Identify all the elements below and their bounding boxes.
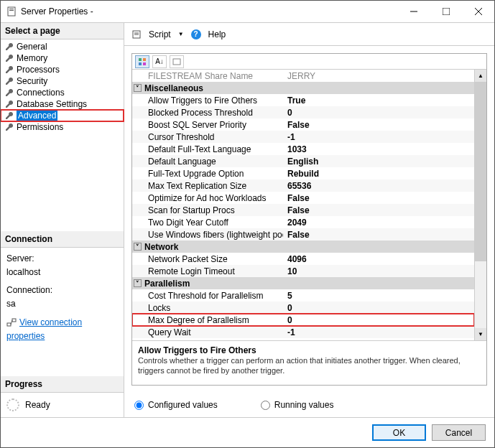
alphabetical-icon[interactable]: A↓ [152, 55, 167, 68]
sidebar-item-label: Database Settings [17, 99, 87, 109]
categorized-icon[interactable] [135, 55, 149, 68]
property-value[interactable]: 65536 [283, 181, 474, 191]
category-network[interactable]: ˅Network [132, 241, 474, 253]
property-name: Cursor Threshold [132, 132, 283, 142]
scroll-thumb[interactable] [475, 82, 486, 261]
sidebar-item-advanced[interactable]: Advanced [1, 110, 124, 121]
property-row[interactable]: FILESTREAM Share NameJERRY [132, 70, 474, 82]
cancel-button[interactable]: Cancel [432, 424, 486, 441]
sidebar-item-memory[interactable]: Memory [1, 52, 124, 64]
scroll-up-icon[interactable]: ▲ [475, 70, 486, 82]
script-button[interactable]: Script [149, 29, 171, 39]
page-list: GeneralMemoryProcessorsSecurityConnectio… [1, 39, 124, 134]
help-button[interactable]: Help [208, 29, 226, 39]
sidebar-item-connections[interactable]: Connections [1, 87, 124, 98]
property-name: Two Digit Year Cutoff [132, 218, 283, 228]
property-row[interactable]: Query Wait-1 [132, 326, 474, 338]
property-value[interactable]: 0 [283, 315, 474, 325]
property-value[interactable]: False [283, 230, 474, 240]
property-row[interactable]: Default LanguageEnglish [132, 155, 474, 167]
maximize-button[interactable] [430, 1, 462, 22]
sidebar-item-label: Memory [17, 53, 47, 63]
property-row[interactable]: Default Full-Text Language1033 [132, 143, 474, 155]
property-value[interactable]: 0 [283, 108, 474, 118]
property-row[interactable]: Max Degree of Parallelism0 [132, 314, 474, 326]
collapse-icon[interactable]: ˅ [134, 84, 142, 92]
properties-icon[interactable] [170, 55, 184, 68]
property-row[interactable]: Boost SQL Server PriorityFalse [132, 118, 474, 131]
svg-rect-1 [9, 9, 14, 9]
property-row[interactable]: Max Text Replication Size65536 [132, 179, 474, 192]
toolbar: Script ▼ ? Help [124, 23, 494, 46]
svg-rect-13 [139, 58, 142, 61]
property-name: Network Packet Size [132, 254, 283, 264]
description-text: Controls whether a trigger can perform a… [138, 355, 481, 376]
script-dropdown-icon[interactable]: ▼ [178, 31, 184, 37]
property-value[interactable]: 5 [283, 291, 474, 301]
property-name: Cost Threshold for Parallelism [132, 291, 283, 301]
property-value[interactable]: 1033 [283, 144, 474, 154]
property-value[interactable]: 0 [283, 303, 474, 313]
connection-value: sa [6, 297, 118, 311]
sidebar-item-label: Permissions [17, 122, 63, 132]
svg-rect-2 [9, 10, 14, 11]
property-row[interactable]: Locks0 [132, 302, 474, 314]
property-value[interactable]: 10 [283, 266, 474, 276]
right-panel: Script ▼ ? Help A↓ FILESTREAM Share Name… [124, 23, 494, 417]
connection-label: Connection: [6, 284, 118, 297]
running-values-radio[interactable]: Running values [261, 400, 334, 410]
property-row[interactable]: Cursor Threshold-1 [132, 131, 474, 143]
script-icon [131, 29, 142, 39]
property-value[interactable]: JERRY [283, 71, 474, 81]
property-row[interactable]: Use Windows fibers (lightweight pooling)… [132, 228, 474, 241]
collapse-icon[interactable]: ˅ [134, 243, 142, 251]
sidebar-item-security[interactable]: Security [1, 75, 124, 87]
property-value[interactable]: -1 [283, 327, 474, 337]
sidebar-item-general[interactable]: General [1, 41, 124, 52]
sidebar-item-label: Connections [17, 88, 65, 98]
property-row[interactable]: Remote Login Timeout10 [132, 265, 474, 277]
property-row[interactable]: Network Packet Size4096 [132, 253, 474, 265]
property-name: Default Full-Text Language [132, 144, 283, 154]
sidebar-item-database-settings[interactable]: Database Settings [1, 98, 124, 110]
scroll-down-icon[interactable]: ▼ [475, 328, 486, 340]
property-value[interactable]: Rebuild [283, 169, 474, 179]
sidebar-item-processors[interactable]: Processors [1, 64, 124, 75]
server-value: localhost [6, 266, 118, 279]
property-value[interactable]: False [283, 120, 474, 130]
view-connection-properties-link[interactable]: View connection properties [6, 317, 82, 341]
property-value[interactable]: 2049 [283, 218, 474, 228]
property-row[interactable]: Full-Text Upgrade OptionRebuild [132, 167, 474, 179]
select-page-header: Select a page [1, 23, 124, 39]
property-value[interactable]: -1 [283, 132, 474, 142]
svg-rect-8 [12, 319, 16, 322]
property-value[interactable]: True [283, 95, 474, 106]
ok-button[interactable]: OK [372, 424, 426, 441]
scrollbar[interactable]: ▲ ▼ [474, 70, 486, 340]
progress-header: Progress [1, 376, 124, 393]
category-miscellaneous[interactable]: ˅Miscellaneous [132, 82, 474, 94]
connection-header: Connection [1, 231, 124, 248]
property-value[interactable]: False [283, 205, 474, 215]
property-value[interactable]: False [283, 193, 474, 203]
category-parallelism[interactable]: ˅Parallelism [132, 277, 474, 289]
collapse-icon[interactable]: ˅ [134, 279, 142, 287]
property-row[interactable]: Two Digit Year Cutoff2049 [132, 216, 474, 228]
minimize-button[interactable] [397, 1, 430, 22]
help-icon: ? [191, 29, 201, 39]
configured-values-radio[interactable]: Configured values [134, 400, 218, 410]
property-row[interactable]: Allow Triggers to Fire OthersTrue [132, 94, 474, 106]
property-row[interactable]: Blocked Process Threshold0 [132, 106, 474, 118]
sidebar-item-permissions[interactable]: Permissions [1, 121, 124, 133]
property-name: Scan for Startup Procs [132, 205, 283, 215]
property-name: Max Degree of Parallelism [132, 315, 283, 325]
property-value[interactable]: English [283, 157, 474, 167]
svg-rect-7 [7, 323, 11, 326]
property-row[interactable]: Optimize for Ad hoc WorkloadsFalse [132, 192, 474, 204]
close-button[interactable] [462, 1, 494, 22]
property-row[interactable]: Cost Threshold for Parallelism5 [132, 289, 474, 302]
property-value[interactable]: 4096 [283, 254, 474, 264]
value-mode-radios: Configured values Running values [124, 393, 494, 417]
property-row[interactable]: Scan for Startup ProcsFalse [132, 204, 474, 216]
property-name: Query Wait [132, 327, 283, 337]
